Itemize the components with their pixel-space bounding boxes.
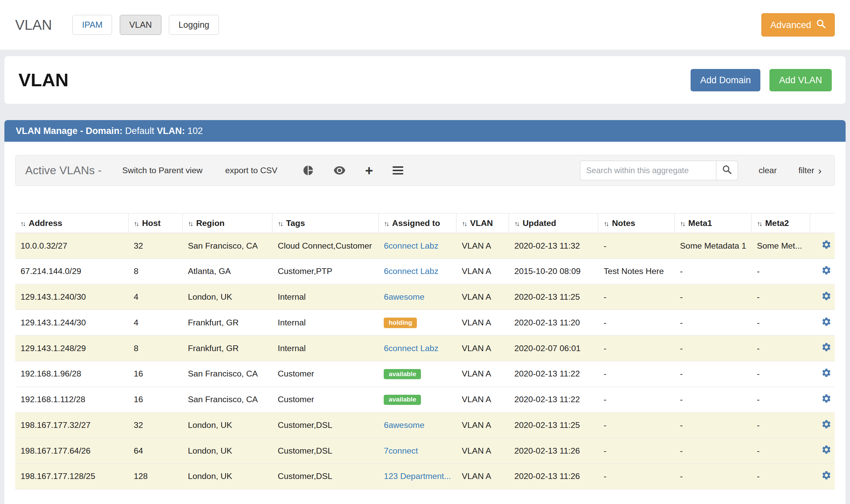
cell-actions — [810, 233, 835, 259]
cell-assigned: available — [378, 361, 456, 386]
cell-tags: Customer,PTP — [272, 258, 379, 284]
cell-updated: 2020-02-13 11:25 — [509, 284, 598, 310]
column-label: Updated — [523, 218, 556, 228]
row-settings-gear-icon[interactable] — [821, 445, 831, 455]
row-settings-gear-icon[interactable] — [821, 342, 831, 352]
cell-meta1: - — [675, 386, 751, 412]
row-settings-gear-icon[interactable] — [821, 317, 831, 327]
add-vlan-button[interactable]: Add VLAN — [769, 69, 831, 91]
column-header-updated[interactable]: ↑↓Updated — [509, 213, 598, 233]
cell-meta2: - — [751, 464, 810, 489]
assigned-link[interactable]: 6connect Labz — [384, 241, 438, 250]
switch-parent-view-link[interactable]: Switch to Parent view — [122, 166, 202, 175]
assigned-link[interactable]: 123 Department... — [384, 471, 451, 481]
search-input[interactable] — [580, 161, 716, 180]
search-icon — [722, 165, 732, 177]
column-label: Address — [29, 218, 62, 228]
cell-vlan: VLAN A — [457, 412, 509, 438]
column-label: VLAN — [470, 218, 493, 228]
row-settings-gear-icon[interactable] — [821, 265, 831, 275]
cell-address: 198.167.177.64/26 — [15, 438, 128, 464]
row-settings-gear-icon[interactable] — [821, 393, 831, 403]
page-title-card: VLAN Add Domain Add VLAN — [4, 56, 846, 104]
cell-assigned: 6connect Labz — [378, 233, 456, 259]
cell-region: Frankfurt, GR — [182, 310, 272, 336]
tab-ipam[interactable]: IPAM — [72, 15, 112, 35]
cell-vlan: VLAN A — [457, 233, 509, 259]
assigned-link[interactable]: 6awesome — [384, 292, 424, 301]
assigned-link[interactable]: 6connect Labz — [384, 267, 438, 276]
column-header-region[interactable]: ↑↓Region — [182, 213, 272, 233]
cell-meta1: Some Metadata 1 — [675, 233, 751, 259]
assigned-link[interactable]: 6connect Labz — [384, 344, 438, 353]
plus-icon[interactable]: + — [365, 164, 373, 177]
add-domain-button[interactable]: Add Domain — [691, 69, 760, 91]
row-settings-gear-icon[interactable] — [821, 470, 831, 480]
filter-label: filter — [799, 166, 814, 175]
tab-logging[interactable]: Logging — [169, 15, 218, 35]
cell-meta1: - — [675, 361, 751, 386]
search-icon — [816, 19, 826, 31]
assigned-link[interactable]: 7connect — [384, 446, 418, 455]
advanced-search-button[interactable]: Advanced — [761, 13, 835, 37]
cell-vlan: VLAN A — [457, 361, 509, 386]
cell-updated: 2015-10-20 08:09 — [509, 258, 598, 284]
cell-meta2: - — [751, 336, 810, 361]
search-button[interactable] — [716, 161, 738, 180]
sort-icon: ↑↓ — [514, 220, 519, 227]
cell-address: 129.143.1.244/30 — [15, 310, 128, 336]
cell-vlan: VLAN A — [457, 284, 509, 310]
row-settings-gear-icon[interactable] — [821, 239, 831, 250]
cell-actions — [810, 284, 835, 310]
app-brand: VLAN — [15, 17, 52, 33]
pie-chart-icon[interactable] — [302, 165, 314, 176]
column-header-tags[interactable]: ↑↓Tags — [272, 213, 379, 233]
row-settings-gear-icon[interactable] — [821, 291, 831, 301]
column-header-meta1[interactable]: ↑↓Meta1 — [675, 213, 751, 233]
column-header-notes[interactable]: ↑↓Notes — [598, 213, 675, 233]
tab-vlan[interactable]: VLAN — [120, 15, 161, 35]
cell-tags: Cloud Connect,Customer — [272, 233, 379, 259]
panel-vlan-value: 102 — [188, 126, 203, 136]
column-header-vlan[interactable]: ↑↓VLAN — [457, 213, 509, 233]
cell-address: 192.168.1.112/28 — [15, 386, 128, 412]
cell-notes: - — [598, 310, 675, 336]
cell-address: 198.167.177.32/27 — [15, 412, 128, 438]
filter-link[interactable]: filter › — [799, 165, 821, 176]
sort-icon: ↑↓ — [134, 220, 138, 227]
chevron-right-icon: › — [818, 165, 821, 176]
column-header-meta2[interactable]: ↑↓Meta2 — [751, 213, 810, 233]
list-icon[interactable] — [392, 166, 403, 175]
row-settings-gear-icon[interactable] — [821, 419, 831, 429]
eye-icon[interactable] — [333, 166, 346, 175]
cell-updated: 2020-02-13 11:25 — [509, 412, 598, 438]
cell-tags: Customer,DSL — [272, 412, 379, 438]
cell-updated: 2020-02-13 11:20 — [509, 310, 598, 336]
cell-assigned: 6awesome — [378, 284, 456, 310]
panel-domain-value: Default — [125, 126, 154, 136]
export-csv-link[interactable]: export to CSV — [225, 166, 278, 175]
cell-notes: - — [598, 412, 675, 438]
clear-link[interactable]: clear — [759, 166, 777, 175]
assigned-link[interactable]: 6awesome — [384, 420, 424, 430]
cell-notes: - — [598, 386, 675, 412]
aggregate-search — [580, 161, 738, 180]
title-actions: Add Domain Add VLAN — [691, 69, 832, 91]
column-header-assigned[interactable]: ↑↓Assigned to — [378, 213, 456, 233]
cell-assigned: 6awesome — [378, 412, 456, 438]
sort-icon: ↑↓ — [384, 220, 388, 227]
sort-icon: ↑↓ — [462, 220, 466, 227]
top-nav-bar: VLAN IPAM VLAN Logging Advanced — [0, 0, 850, 50]
column-header-address[interactable]: ↑↓Address — [15, 213, 128, 233]
cell-meta1: - — [675, 438, 751, 464]
cell-address: 67.214.144.0/29 — [15, 258, 128, 284]
table-row: 67.214.144.0/298Atlanta, GACustomer,PTP6… — [15, 258, 835, 284]
cell-address: 129.143.1.248/29 — [15, 336, 128, 361]
cell-notes: - — [598, 438, 675, 464]
vlan-manage-panel: VLAN Manage - Domain: Default VLAN: 102 … — [4, 120, 846, 504]
column-header-host[interactable]: ↑↓Host — [128, 213, 182, 233]
cell-tags: Customer,DSL — [272, 438, 379, 464]
cell-region: San Francisco, CA — [182, 233, 272, 259]
row-settings-gear-icon[interactable] — [821, 368, 831, 378]
cell-notes: - — [598, 361, 675, 386]
